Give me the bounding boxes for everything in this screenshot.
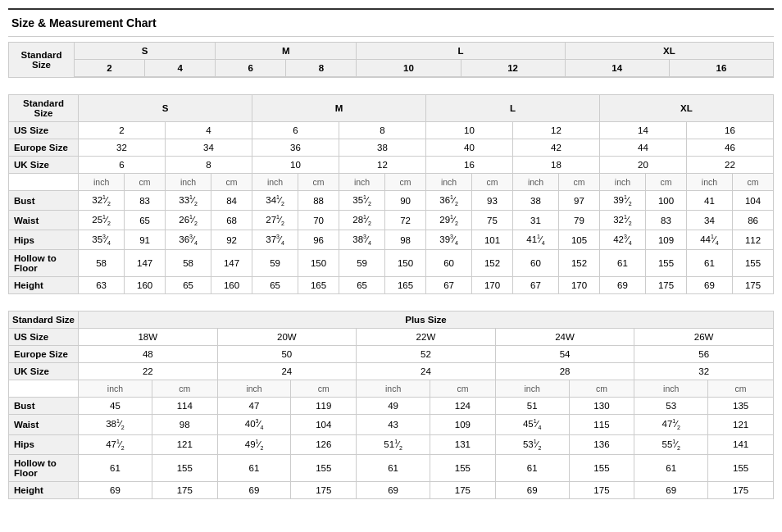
plus-unit-cm: cm (152, 380, 217, 398)
height-val: 69 (686, 277, 732, 294)
us-size-cell: 12 (461, 60, 565, 77)
empty-unit-corner (9, 174, 79, 191)
htf-val: 152 (559, 250, 600, 277)
hips-val: 393⁄4 (425, 230, 471, 250)
plus-htf-val: 61 (79, 454, 152, 481)
plus-bust-val: 119 (291, 398, 357, 415)
plus-us-22w: 22W (357, 329, 496, 346)
height-val: 69 (599, 277, 645, 294)
standard-size-table: StandardSize S M L XL US Size 2 4 6 8 10… (8, 94, 774, 294)
plus-europe-label: Europe Size (9, 346, 79, 363)
bust-val: 83 (125, 191, 166, 211)
plus-htf-val: 155 (430, 454, 496, 481)
col-m: M (252, 95, 425, 122)
us-12: 12 (512, 122, 599, 139)
htf-val: 150 (385, 250, 426, 277)
plus-size-table: Standard Size Plus Size US Size 18W 20W … (8, 311, 774, 498)
plus-waist-val: 115 (569, 415, 634, 434)
plus-height-val: 69 (495, 481, 569, 498)
plus-unit-inch: inch (79, 380, 152, 398)
unit-cm: cm (472, 174, 513, 191)
plus-bust-val: 114 (152, 398, 217, 415)
plus-height-val: 175 (708, 481, 774, 498)
plus-bust-val: 47 (217, 398, 291, 415)
eu-38: 38 (339, 139, 425, 157)
plus-waist-val: 109 (430, 415, 496, 434)
bust-val: 97 (559, 191, 600, 211)
plus-hips-val: 551⁄2 (634, 434, 708, 454)
us-size-cell: 6 (216, 60, 286, 77)
plus-eu-52: 52 (357, 346, 496, 363)
hips-val: 101 (472, 230, 513, 250)
waist-val: 261⁄2 (165, 211, 211, 230)
plus-height-val: 69 (357, 481, 430, 498)
bust-val: 88 (298, 191, 339, 211)
plus-hips-val: 136 (569, 434, 634, 454)
plus-unit-inch: inch (634, 380, 708, 398)
plus-size-header: Plus Size (79, 311, 774, 329)
plus-height-val: 69 (634, 481, 708, 498)
height-val: 165 (385, 277, 426, 294)
unit-cm: cm (211, 174, 252, 191)
height-val: 65 (339, 277, 384, 294)
plus-us-24w: 24W (495, 329, 634, 346)
height-val: 170 (472, 277, 513, 294)
plus-hips-val: 141 (708, 434, 774, 454)
plus-us-20w: 20W (217, 329, 357, 346)
height-val: 65 (252, 277, 298, 294)
waist-val: 31 (512, 211, 558, 230)
m-group-header: M (216, 43, 357, 60)
plus-htf-val: 61 (217, 454, 291, 481)
col-s: S (79, 95, 252, 122)
hips-val: 91 (125, 230, 166, 250)
plus-htf-val: 61 (634, 454, 708, 481)
plus-waist-val: 471⁄2 (634, 415, 708, 434)
hips-val: 353⁄4 (79, 230, 125, 250)
plus-eu-50: 50 (217, 346, 357, 363)
plus-hips-val: 531⁄2 (495, 434, 569, 454)
plus-unit-cm: cm (291, 380, 357, 398)
bust-val: 331⁄2 (165, 191, 211, 211)
bust-val: 93 (472, 191, 513, 211)
waist-val: 75 (472, 211, 513, 230)
plus-uk-24b: 24 (357, 363, 496, 380)
height-label: Height (9, 277, 79, 294)
hips-val: 96 (298, 230, 339, 250)
hips-val: 98 (385, 230, 426, 250)
plus-htf-val: 155 (708, 454, 774, 481)
plus-hips-val: 126 (291, 434, 357, 454)
plus-hips-label: Hips (9, 434, 79, 454)
unit-inch: inch (512, 174, 558, 191)
htf-val: 147 (211, 250, 252, 277)
europe-size-label (75, 77, 774, 78)
waist-val: 321⁄2 (599, 211, 645, 230)
unit-inch: inch (686, 174, 732, 191)
plus-eu-56: 56 (634, 346, 774, 363)
htf-val: 155 (733, 250, 774, 277)
eu-34: 34 (165, 139, 252, 157)
htf-val: 60 (425, 250, 471, 277)
unit-inch: inch (252, 174, 298, 191)
plus-bust-val: 135 (708, 398, 774, 415)
plus-hips-val: 131 (430, 434, 496, 454)
height-val: 175 (646, 277, 687, 294)
eu-46: 46 (686, 139, 773, 157)
unit-cm: cm (298, 174, 339, 191)
htf-val: 59 (339, 250, 384, 277)
eu-44: 44 (599, 139, 686, 157)
uk-18: 18 (512, 157, 599, 174)
us-10: 10 (425, 122, 512, 139)
standard-size-table: StandardSize S M L XL 2 4 6 8 10 12 14 1… (8, 42, 774, 78)
hips-val: 441⁄4 (686, 230, 732, 250)
plus-uk-22: 22 (79, 363, 218, 380)
eu-40: 40 (425, 139, 512, 157)
uk-16: 16 (425, 157, 512, 174)
us-8: 8 (339, 122, 425, 139)
plus-uk-32: 32 (634, 363, 774, 380)
height-val: 175 (733, 277, 774, 294)
plus-waist-val: 104 (291, 415, 357, 434)
hips-val: 105 (559, 230, 600, 250)
plus-uk-label: UK Size (9, 363, 79, 380)
waist-val: 65 (125, 211, 166, 230)
plus-waist-label: Waist (9, 415, 79, 434)
